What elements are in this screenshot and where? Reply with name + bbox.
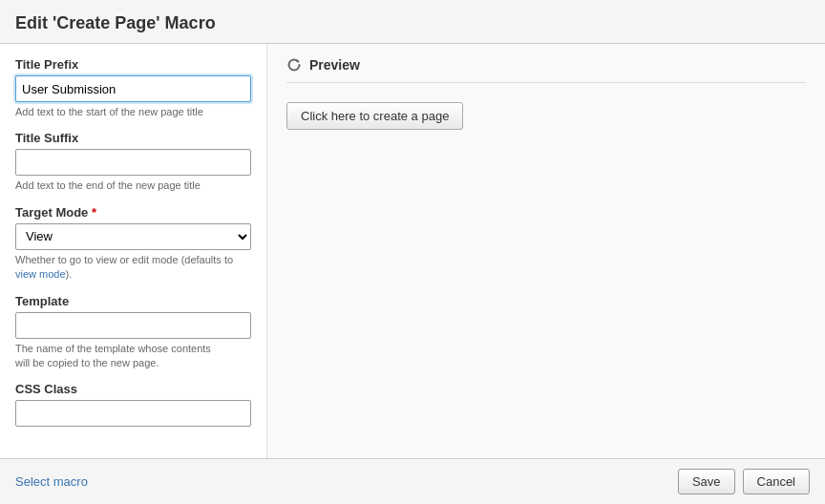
css-class-input[interactable] (15, 400, 251, 427)
create-page-button[interactable]: Click here to create a page (286, 102, 463, 130)
dialog-body: Title Prefix Add text to the start of th… (0, 44, 825, 458)
title-suffix-input[interactable] (15, 149, 251, 176)
dialog-footer: Select macro Save Cancel (0, 458, 825, 504)
template-hint: The name of the template whose contents … (15, 342, 251, 371)
footer-buttons: Save Cancel (678, 469, 810, 494)
preview-title: Preview (309, 57, 360, 73)
title-prefix-input[interactable] (15, 75, 251, 102)
css-class-label: CSS Class (15, 382, 251, 396)
select-macro-link[interactable]: Select macro (15, 474, 88, 489)
dialog-title: Edit 'Create Page' Macro (15, 13, 810, 33)
title-suffix-hint: Add text to the end of the new page titl… (15, 178, 251, 193)
template-group: Template The name of the template whose … (15, 294, 251, 371)
template-label: Template (15, 294, 251, 308)
dialog-header: Edit 'Create Page' Macro (0, 0, 825, 44)
target-mode-select[interactable]: View Edit (15, 223, 251, 250)
css-class-group: CSS Class (15, 382, 251, 427)
title-suffix-label: Title Suffix (15, 131, 251, 145)
view-mode-link[interactable]: view mode (15, 268, 66, 280)
target-mode-required: * (92, 205, 96, 220)
refresh-icon (286, 57, 302, 73)
title-prefix-label: Title Prefix (15, 57, 251, 72)
preview-content: Click here to create a page (286, 102, 806, 130)
title-prefix-hint: Add text to the start of the new page ti… (15, 105, 251, 119)
target-mode-hint: Whether to go to view or edit mode (defa… (15, 253, 251, 283)
cancel-button[interactable]: Cancel (743, 469, 810, 494)
save-button[interactable]: Save (678, 469, 735, 494)
title-prefix-group: Title Prefix Add text to the start of th… (15, 57, 251, 119)
target-mode-group: Target Mode * View Edit Whether to go to… (15, 205, 251, 283)
title-suffix-group: Title Suffix Add text to the end of the … (15, 131, 251, 193)
preview-header: Preview (286, 57, 806, 83)
target-mode-label: Target Mode * (15, 205, 251, 220)
template-input[interactable] (15, 312, 251, 339)
left-panel: Title Prefix Add text to the start of th… (0, 44, 267, 458)
right-panel: Preview Click here to create a page (267, 44, 825, 458)
